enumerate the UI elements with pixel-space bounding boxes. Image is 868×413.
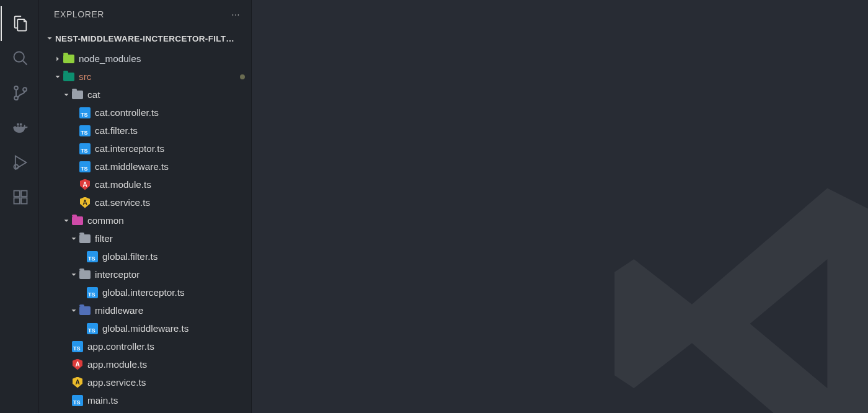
tree-label: app.service.ts: [87, 377, 146, 388]
tree-label: cat.service.ts: [95, 197, 150, 208]
svg-rect-11: [14, 191, 20, 197]
app-root: EXPLORER ··· NEST-MIDDLEWARE-INCTERCETOR…: [0, 0, 868, 413]
ts-file-icon: TS: [79, 107, 91, 119]
tree-label: middleware: [95, 305, 143, 316]
ts-file-icon: TS: [86, 251, 99, 263]
tree-label: cat: [87, 89, 100, 100]
svg-point-2: [14, 86, 18, 90]
angular-module-icon: A: [71, 358, 84, 371]
tree-file-cat-middleware[interactable]: TS cat.middleware.ts: [39, 158, 251, 175]
ts-file-icon: TS: [86, 286, 99, 299]
tree-folder-filter[interactable]: filter: [39, 229, 251, 247]
tree-folder-node-modules[interactable]: node_modules: [39, 50, 251, 68]
ts-file-icon: TS: [71, 340, 84, 353]
tree-folder-common[interactable]: common: [39, 211, 251, 229]
project-header[interactable]: NEST-MIDDLEWARE-INCTERCETOR-FILT…: [39, 29, 251, 48]
svg-point-4: [23, 87, 27, 91]
activity-extensions[interactable]: [1, 180, 39, 215]
tree-file-cat-module[interactable]: A cat.module.ts: [39, 175, 251, 193]
activity-search[interactable]: [1, 41, 39, 76]
project-name: NEST-MIDDLEWARE-INCTERCETOR-FILT…: [55, 34, 234, 43]
chevron-down-icon: [69, 234, 79, 243]
tree-label: global.interceptor.ts: [102, 287, 185, 298]
chevron-down-icon: [61, 91, 71, 99]
files-icon: [12, 15, 29, 32]
tree-label: interceptor: [95, 269, 140, 280]
folder-icon: [63, 71, 75, 83]
tree-label: app.controller.ts: [87, 341, 154, 352]
modified-indicator-icon: [240, 74, 245, 79]
svg-rect-14: [21, 191, 27, 197]
ts-file-icon: TS: [79, 143, 91, 155]
docker-icon: [12, 119, 29, 136]
folder-icon: [79, 304, 91, 317]
tree-label: global.middleware.ts: [102, 323, 188, 334]
svg-rect-13: [21, 198, 27, 203]
tree-file-global-interceptor[interactable]: TS global.interceptor.ts: [39, 283, 251, 301]
extensions-icon: [12, 189, 29, 206]
svg-point-0: [14, 52, 24, 62]
folder-icon: [71, 215, 84, 227]
folder-icon: [79, 233, 91, 245]
chevron-down-icon: [69, 306, 79, 315]
tree-file-app-module[interactable]: A app.module.ts: [39, 355, 251, 373]
activity-explorer[interactable]: [1, 6, 39, 41]
tree-folder-src[interactable]: src: [39, 68, 251, 86]
tree-label: global.filter.ts: [102, 251, 157, 262]
activity-source-control[interactable]: [1, 76, 39, 110]
tree-file-app-controller[interactable]: TS app.controller.ts: [39, 337, 251, 355]
tree-label: app.module.ts: [87, 359, 147, 370]
tree-file-main[interactable]: TS main.ts: [39, 391, 251, 409]
vscode-watermark-icon: [595, 162, 868, 413]
file-tree: node_modules src cat TS cat.controller.t…: [39, 48, 251, 409]
tree-file-cat-interceptor[interactable]: TS cat.interceptor.ts: [39, 140, 251, 158]
svg-rect-8: [17, 123, 19, 126]
explorer-sidebar: EXPLORER ··· NEST-MIDDLEWARE-INCTERCETOR…: [39, 0, 251, 413]
ts-file-icon: TS: [79, 161, 91, 173]
tree-label: src: [79, 71, 91, 82]
ts-file-icon: TS: [71, 394, 84, 407]
tree-label: filter: [95, 233, 113, 244]
tree-label: cat.controller.ts: [95, 107, 159, 118]
angular-module-icon: A: [79, 179, 91, 191]
activity-bar: [0, 0, 38, 413]
svg-rect-12: [14, 198, 20, 203]
more-icon[interactable]: ···: [232, 9, 240, 19]
chevron-down-icon: [69, 270, 79, 279]
tree-file-cat-filter[interactable]: TS cat.filter.ts: [39, 122, 251, 140]
chevron-down-icon: [53, 73, 63, 81]
folder-icon: [71, 89, 84, 101]
tree-label: cat.middleware.ts: [95, 161, 169, 172]
editor-area: [252, 0, 868, 413]
tree-folder-cat[interactable]: cat: [39, 86, 251, 104]
tree-label: cat.module.ts: [95, 179, 151, 190]
tree-label: main.ts: [87, 395, 118, 406]
tree-label: node_modules: [79, 53, 141, 64]
tree-file-cat-service[interactable]: A cat.service.ts: [39, 193, 251, 211]
explorer-title-row: EXPLORER ···: [39, 0, 251, 29]
ts-file-icon: TS: [86, 322, 99, 335]
svg-rect-9: [20, 123, 22, 126]
tree-file-global-middleware[interactable]: TS global.middleware.ts: [39, 319, 251, 337]
chevron-right-icon: [53, 55, 63, 63]
folder-icon: [63, 53, 75, 65]
folder-icon: [79, 269, 91, 281]
play-bug-icon: [12, 154, 29, 171]
tree-folder-middleware[interactable]: middleware: [39, 301, 251, 319]
git-branch-icon: [12, 84, 29, 102]
activity-docker[interactable]: [1, 110, 39, 145]
tree-file-cat-controller[interactable]: TS cat.controller.ts: [39, 104, 251, 122]
tree-label: cat.interceptor.ts: [95, 143, 164, 154]
svg-line-1: [23, 61, 27, 65]
angular-service-icon: A: [71, 376, 84, 389]
tree-label: common: [87, 215, 124, 226]
svg-point-3: [14, 96, 18, 100]
activity-run-debug[interactable]: [1, 145, 39, 180]
chevron-down-icon: [61, 216, 71, 225]
explorer-title: EXPLORER: [54, 9, 104, 19]
tree-file-global-filter[interactable]: TS global.filter.ts: [39, 247, 251, 265]
tree-folder-interceptor[interactable]: interceptor: [39, 265, 251, 283]
ts-file-icon: TS: [79, 125, 91, 137]
tree-label: cat.filter.ts: [95, 125, 138, 136]
tree-file-app-service[interactable]: A app.service.ts: [39, 373, 251, 391]
